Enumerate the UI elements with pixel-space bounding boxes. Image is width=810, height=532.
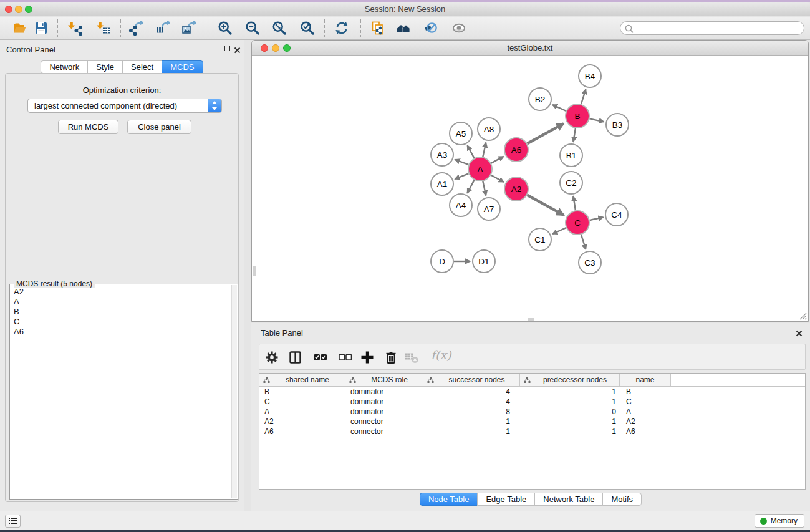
table-cell[interactable]: A2	[259, 417, 345, 427]
tab-network[interactable]: Network	[41, 60, 88, 74]
graph-edge-B-B2[interactable]	[552, 105, 566, 111]
graph-edge-A-A3[interactable]	[455, 160, 469, 165]
table-cell[interactable]: 8	[423, 407, 520, 417]
save-session-icon[interactable]	[34, 21, 49, 36]
graph-edge-B-B4[interactable]	[581, 89, 586, 104]
table-cell[interactable]: connector	[345, 417, 423, 427]
network-canvas[interactable]: AA1A2A3A4A5A6A7A8BB1B2B3B4CC1C2C3C4DD1	[252, 56, 808, 321]
table-cell[interactable]: dominator	[345, 387, 423, 397]
open-session-icon[interactable]	[12, 21, 27, 36]
table-row-C[interactable]: Cdominator41C	[259, 397, 805, 407]
tab-select[interactable]: Select	[122, 60, 162, 74]
table-panel-float-button[interactable]	[784, 327, 793, 336]
graph-node-A4[interactable]: A4	[450, 194, 472, 216]
graph-node-C4[interactable]: C4	[605, 203, 628, 226]
window-resize-grip[interactable]	[798, 311, 807, 320]
graph-edge-A-A2[interactable]	[491, 175, 504, 182]
graph-node-A5[interactable]: A5	[450, 122, 472, 145]
table-cell[interactable]: connector	[345, 427, 423, 437]
tab-style[interactable]: Style	[87, 60, 123, 74]
graph-edge-A2-C[interactable]	[528, 195, 564, 215]
graph-node-A1[interactable]: A1	[431, 173, 453, 195]
column-header-predecessor-nodes[interactable]: predecessor nodes	[520, 374, 620, 386]
graph-node-A3[interactable]: A3	[431, 143, 453, 166]
export-network-icon[interactable]	[128, 21, 143, 36]
tab-mcds[interactable]: MCDS	[162, 60, 203, 74]
zoom-selected-icon[interactable]	[300, 21, 315, 36]
graph-node-C[interactable]: C	[566, 211, 589, 235]
close-panel-button[interactable]: Close panel	[127, 120, 191, 134]
table-cell[interactable]: 4	[423, 397, 520, 407]
graph-edge-A-A8[interactable]	[483, 143, 486, 157]
zoom-out-icon[interactable]	[245, 21, 260, 36]
graph-edge-A-A6[interactable]	[491, 157, 504, 163]
mcds-result-item[interactable]: C	[11, 317, 231, 327]
table-cell[interactable]: dominator	[345, 397, 423, 407]
table-cell[interactable]: A2	[620, 417, 671, 427]
mcds-result-item[interactable]: A6	[11, 327, 231, 337]
zoom-in-icon[interactable]	[218, 21, 233, 36]
table-cell[interactable]: C	[259, 397, 345, 407]
graph-node-C2[interactable]: C2	[560, 172, 582, 194]
table-cell[interactable]: dominator	[345, 407, 423, 417]
table-cell[interactable]: 1	[520, 427, 620, 437]
table-cell[interactable]: 1	[423, 427, 520, 437]
table-panel-close-button[interactable]	[796, 328, 804, 336]
tab-network-table[interactable]: Network Table	[534, 493, 603, 506]
graph-node-A6[interactable]: A6	[504, 138, 528, 162]
graph-node-A7[interactable]: A7	[478, 198, 500, 220]
show-graphics-details-icon[interactable]	[451, 21, 466, 36]
table-cell[interactable]: A	[259, 407, 345, 417]
graph-edge-A-A7[interactable]	[483, 181, 486, 196]
mcds-result-item[interactable]: A	[11, 297, 231, 307]
run-mcds-button[interactable]: Run MCDS	[58, 120, 118, 134]
mcds-result-scrollbar[interactable]	[231, 285, 237, 498]
table-cell[interactable]: 0	[520, 407, 620, 417]
table-row-A[interactable]: Adominator80A	[259, 407, 805, 417]
table-row-A2[interactable]: A2connector11A2	[259, 417, 805, 427]
table-cell[interactable]: 4	[423, 387, 520, 397]
table-cell[interactable]: 1	[423, 417, 520, 427]
table-settings-icon[interactable]	[265, 351, 279, 364]
graph-edge-A6-B[interactable]	[528, 123, 564, 143]
search-field[interactable]	[620, 21, 804, 35]
graph-node-D[interactable]: D	[431, 250, 453, 273]
import-table-icon[interactable]	[96, 21, 111, 36]
graph-edge-B-B3[interactable]	[590, 118, 604, 122]
graph-edge-C-C2[interactable]	[573, 196, 576, 211]
apply-function-button[interactable]: f(x)	[431, 348, 451, 362]
graph-node-B2[interactable]: B2	[529, 88, 551, 110]
apply-preferred-layout-icon[interactable]	[334, 21, 349, 36]
hide-labels-icon[interactable]	[423, 21, 438, 36]
delete-row-icon[interactable]	[384, 351, 398, 364]
criterion-dropdown[interactable]: largest connected component (directed)	[27, 99, 222, 113]
graph-node-B1[interactable]: B1	[560, 144, 582, 167]
mcds-result-item[interactable]: B	[11, 307, 231, 317]
memory-button[interactable]: Memory	[755, 514, 804, 528]
zoom-fit-icon[interactable]	[272, 21, 287, 36]
import-network-icon[interactable]	[67, 21, 82, 36]
deselect-all-icon[interactable]	[339, 351, 352, 364]
column-header-shared-name[interactable]: shared name	[259, 374, 345, 386]
graph-edge-C-C4[interactable]	[590, 217, 604, 220]
graph-edge-A-A5[interactable]	[468, 145, 475, 158]
graph-node-A[interactable]: A	[468, 157, 492, 181]
destroy-table-icon[interactable]	[405, 351, 418, 364]
mcds-result-item[interactable]: A2	[11, 287, 231, 297]
table-cell[interactable]: B	[259, 387, 345, 397]
table-row-B[interactable]: Bdominator41B	[259, 387, 805, 397]
table-cell[interactable]: C	[620, 397, 671, 407]
control-panel-close-button[interactable]	[234, 45, 242, 53]
graph-node-C1[interactable]: C1	[529, 228, 551, 251]
column-header-name[interactable]: name	[620, 374, 671, 386]
search-input[interactable]	[635, 22, 799, 34]
add-row-icon[interactable]	[360, 351, 374, 364]
graph-edge-B-B1[interactable]	[573, 128, 576, 142]
table-row-A6[interactable]: A6connector11A6	[259, 427, 805, 437]
table-cell[interactable]: A	[620, 407, 671, 417]
table-cell[interactable]: 1	[520, 417, 620, 427]
network-vscroll-stub[interactable]	[253, 266, 256, 276]
select-all-icon[interactable]	[314, 351, 327, 364]
tab-motifs[interactable]: Motifs	[602, 493, 642, 506]
column-header-successor-nodes[interactable]: successor nodes	[423, 374, 520, 386]
